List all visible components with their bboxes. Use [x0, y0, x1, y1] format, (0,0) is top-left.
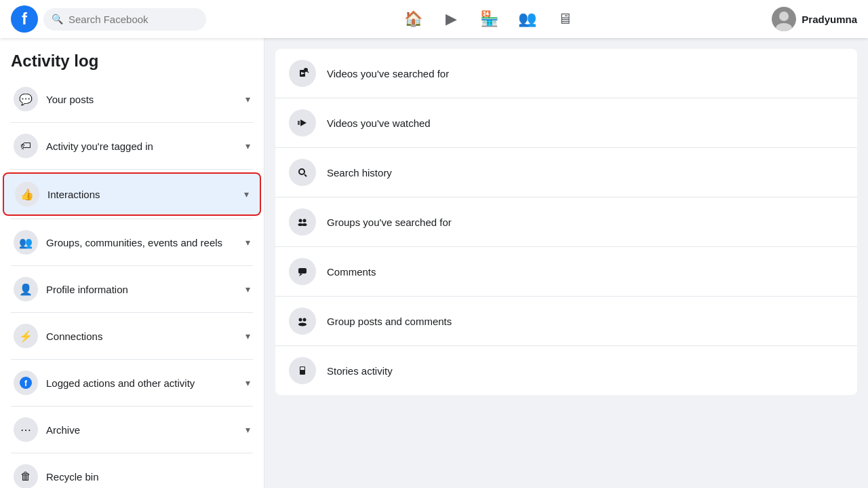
divider — [11, 122, 253, 123]
sidebar-item-label: Activity you're tagged in — [46, 140, 245, 152]
divider — [11, 406, 253, 407]
search-bar[interactable]: 🔍 — [43, 8, 206, 31]
watch-nav-button[interactable]: ▶ — [435, 3, 467, 35]
nav-right: Pradyumna — [772, 7, 857, 31]
chevron-down-icon: ▾ — [244, 189, 249, 200]
nav-icons: 🏠 ▶ 🏪 👥 🖥 — [206, 3, 772, 35]
sidebar-item-text: Your posts — [46, 94, 245, 105]
content-item-label: Videos you've watched — [327, 117, 431, 129]
content-list: Videos you've searched for Videos you've… — [275, 49, 857, 395]
comments-icon — [289, 258, 316, 285]
sidebar-item-recycle-bin[interactable]: 🗑 Recycle bin — [3, 456, 261, 488]
content-item-label: Stories activity — [327, 365, 393, 377]
recycle-bin-icon: 🗑 — [14, 464, 38, 488]
content-item-label: Group posts and comments — [327, 316, 452, 327]
main-content: Videos you've searched for Videos you've… — [264, 38, 868, 488]
connections-icon: ⚡ — [14, 324, 38, 348]
chevron-down-icon: ▾ — [245, 377, 250, 388]
svg-point-28 — [303, 318, 307, 322]
sidebar-item-tagged-activity[interactable]: 🏷 Activity you're tagged in ▾ — [3, 126, 261, 166]
sidebar-item-text: Profile information — [46, 284, 245, 295]
list-item[interactable]: Comments — [275, 247, 857, 297]
list-item[interactable]: Groups you've searched for — [275, 198, 857, 247]
search-input[interactable] — [68, 14, 198, 25]
page-title: Activity log — [0, 38, 264, 79]
groups-searched-icon — [289, 208, 316, 236]
list-item[interactable]: Videos you've searched for — [275, 49, 857, 98]
videos-watched-icon — [289, 109, 316, 136]
sidebar-item-label: Groups, communities, events and reels — [46, 237, 245, 248]
sidebar-item-text: Activity you're tagged in — [46, 140, 245, 152]
sidebar-item-archive[interactable]: ⋯ Archive ▾ — [3, 409, 261, 450]
facebook-logo: f — [11, 5, 38, 33]
marketplace-nav-button[interactable]: 🏪 — [473, 3, 505, 35]
divider — [11, 219, 253, 219]
sidebar-item-connections[interactable]: ⚡ Connections ▾ — [3, 316, 261, 356]
search-icon: 🔍 — [52, 14, 63, 24]
sidebar-item-text: Recycle bin — [46, 471, 250, 483]
list-item[interactable]: Search history — [275, 148, 857, 198]
sidebar-item-label: Connections — [46, 331, 245, 342]
top-navigation: f 🔍 🏠 ▶ 🏪 👥 🖥 Pradyumna — [0, 0, 868, 38]
sidebar: Activity log 💬 Your posts ▾ 🏷 Activity y… — [0, 38, 264, 488]
list-item[interactable]: Videos you've watched — [275, 98, 857, 148]
chevron-down-icon: ▾ — [245, 284, 250, 295]
svg-point-18 — [296, 216, 309, 228]
svg-point-21 — [298, 223, 303, 226]
sidebar-item-groups[interactable]: 👥 Groups, communities, events and reels … — [3, 222, 261, 263]
chevron-down-icon: ▾ — [245, 331, 250, 341]
sidebar-item-text: Connections — [46, 331, 245, 342]
svg-point-29 — [298, 323, 307, 326]
profile-info-icon: 👤 — [14, 277, 38, 301]
search-history-icon — [289, 159, 316, 186]
content-item-label: Groups you've searched for — [327, 217, 452, 228]
list-item[interactable]: Stories activity — [275, 346, 857, 395]
chevron-down-icon: ▾ — [245, 424, 250, 435]
sidebar-item-label: Your posts — [46, 94, 245, 105]
logged-actions-icon: f — [14, 371, 38, 395]
interactions-icon: 👍 — [15, 182, 39, 206]
sidebar-item-profile-info[interactable]: 👤 Profile information ▾ — [3, 269, 261, 309]
list-item[interactable]: Group posts and comments — [275, 297, 857, 346]
stories-activity-icon — [289, 357, 316, 384]
sidebar-item-text: Interactions — [47, 189, 244, 200]
sidebar-item-text: Archive — [46, 424, 245, 436]
sidebar-item-logged-actions[interactable]: f Logged actions and other activity ▾ — [3, 362, 261, 403]
chevron-down-icon: ▾ — [245, 140, 250, 151]
svg-point-19 — [299, 219, 302, 223]
content-item-label: Videos you've searched for — [327, 68, 449, 79]
main-layout: Activity log 💬 Your posts ▾ 🏷 Activity y… — [0, 0, 868, 488]
your-posts-icon: 💬 — [14, 87, 38, 111]
svg-point-27 — [299, 318, 302, 322]
svg-rect-24 — [298, 268, 307, 274]
svg-point-20 — [303, 219, 307, 223]
sidebar-item-label: Interactions — [47, 189, 244, 200]
sidebar-item-label: Archive — [46, 424, 245, 436]
svg-point-22 — [302, 223, 307, 226]
divider — [11, 265, 253, 266]
groups-nav-button[interactable]: 👥 — [511, 3, 543, 35]
chevron-down-icon: ▾ — [245, 94, 250, 105]
tagged-activity-icon: 🏷 — [14, 134, 38, 158]
sidebar-item-text: Logged actions and other activity — [46, 377, 245, 389]
sidebar-item-your-posts[interactable]: 💬 Your posts ▾ — [3, 79, 261, 119]
divider — [11, 169, 253, 170]
gaming-nav-button[interactable]: 🖥 — [549, 3, 581, 35]
sidebar-item-label: Profile information — [46, 284, 245, 295]
sidebar-item-label: Recycle bin — [46, 471, 250, 483]
sidebar-item-text: Groups, communities, events and reels — [46, 237, 245, 248]
content-item-label: Search history — [327, 167, 392, 179]
videos-searched-icon — [289, 60, 316, 87]
archive-icon: ⋯ — [14, 417, 38, 442]
divider — [11, 359, 253, 360]
svg-point-1 — [779, 12, 789, 21]
divider — [11, 312, 253, 313]
avatar[interactable] — [772, 7, 796, 31]
svg-point-15 — [296, 166, 309, 179]
user-name: Pradyumna — [802, 14, 857, 25]
svg-rect-32 — [300, 367, 304, 370]
groups-icon: 👥 — [14, 230, 38, 255]
home-nav-button[interactable]: 🏠 — [397, 3, 429, 35]
sidebar-item-interactions[interactable]: 👍 Interactions ▾ — [3, 172, 261, 216]
sidebar-item-label: Logged actions and other activity — [46, 377, 245, 389]
